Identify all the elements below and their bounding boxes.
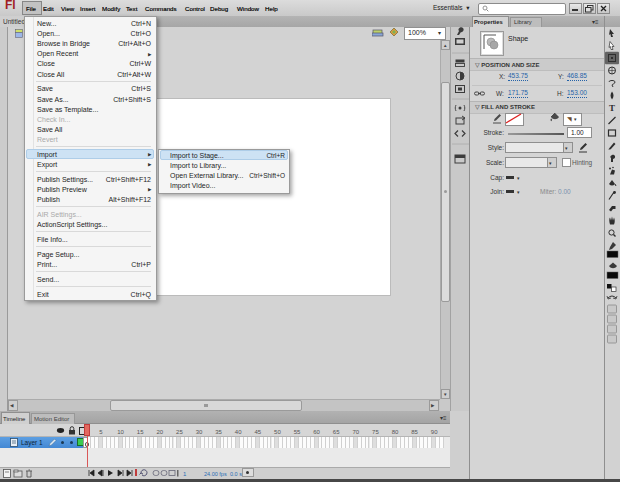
svg-text:T: T [609, 103, 615, 113]
